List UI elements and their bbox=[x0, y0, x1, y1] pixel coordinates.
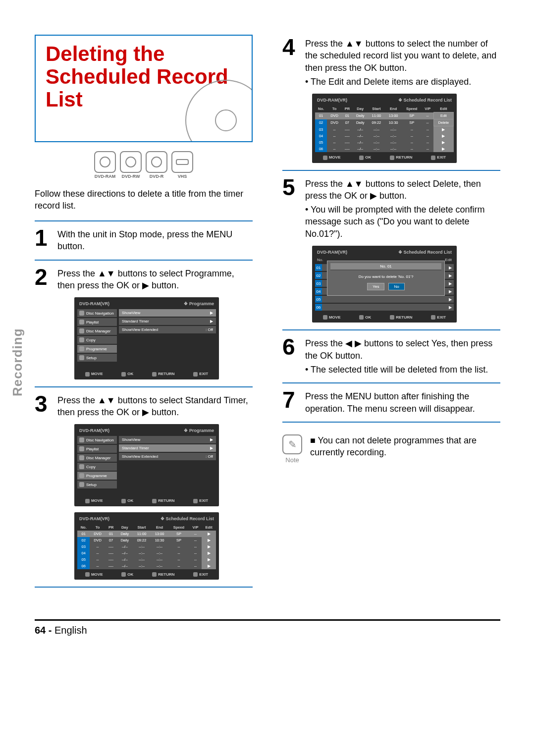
osd-scheduled-list-edit: DVD-RAM(VR) ❖ Scheduled Record List No.T… bbox=[312, 94, 457, 162]
osd-mode: DVD-RAM(VR) bbox=[79, 301, 109, 306]
scheduled-table: No.ToPRDayStartEndSpeedV/PEdit01DVD01Dai… bbox=[315, 106, 454, 152]
osd-confirm-dialog: DVD-RAM(VR) ❖ Scheduled Record List No. … bbox=[312, 246, 457, 323]
step-3: 3 Press the ▲▼ buttons to select Standar… bbox=[35, 394, 253, 419]
step-text: Press the ▲▼ buttons to select the numbe… bbox=[305, 38, 500, 88]
note-icon: ✎ bbox=[282, 434, 302, 454]
step-5: 5 Press the ▲▼ buttons to select Delete,… bbox=[282, 178, 500, 240]
menu-copy[interactable]: Copy bbox=[77, 463, 117, 471]
step-text: Press the ▲▼ buttons to select Delete, t… bbox=[305, 178, 500, 240]
osd-title: ❖ Programme bbox=[184, 301, 214, 306]
step-number-icon: 2 bbox=[35, 268, 52, 292]
menu-playlist[interactable]: Playlist bbox=[77, 445, 117, 453]
footer-ok: OK bbox=[121, 372, 133, 376]
osd-mode: DVD-RAM(VR) bbox=[79, 428, 109, 433]
media-badges: DVD-RAM DVD-RW DVD-R VHS bbox=[35, 151, 253, 179]
submenu-standard-timer[interactable]: Standard Timer▶ bbox=[119, 444, 216, 452]
menu-disc-manager[interactable]: Disc Manager bbox=[77, 327, 117, 335]
osd-title: ❖ Scheduled Record List bbox=[160, 516, 214, 521]
menu-playlist[interactable]: Playlist bbox=[77, 318, 117, 326]
scheduled-table: No.ToPRDayStartEndSpeedV/PEdit01DVD01Dai… bbox=[77, 524, 216, 569]
step-text: With the unit in Stop mode, press the ME… bbox=[57, 228, 253, 253]
menu-setup[interactable]: Setup bbox=[77, 354, 117, 362]
divider bbox=[35, 386, 253, 387]
submenu-showview[interactable]: ShowView▶ bbox=[119, 309, 216, 317]
menu-programme[interactable]: Programme bbox=[77, 345, 117, 353]
divider bbox=[282, 170, 500, 171]
submenu-showview-extended[interactable]: ShowView Extended: Off bbox=[119, 326, 216, 333]
step-number-icon: 7 bbox=[282, 390, 299, 415]
section-side-label: Recording bbox=[10, 328, 25, 396]
osd-mode: DVD-RAM(VR) bbox=[79, 516, 109, 521]
menu-disc-manager[interactable]: Disc Manager bbox=[77, 454, 117, 462]
submenu-showview-extended[interactable]: ShowView Extended: Off bbox=[119, 453, 216, 460]
step-text: Press the MENU button after finishing th… bbox=[305, 390, 500, 415]
divider bbox=[282, 422, 500, 423]
footer-return: RETURN bbox=[152, 372, 174, 376]
menu-disc-navigation[interactable]: Disc Navigation bbox=[77, 436, 117, 444]
media-badge-dvd-rw: DVD-RW bbox=[120, 151, 142, 179]
note-label: Note bbox=[282, 456, 302, 464]
title-panel: Deleting the Scheduled Record List bbox=[35, 35, 253, 142]
step-number-icon: 1 bbox=[35, 228, 52, 253]
step-4: 4 Press the ▲▼ buttons to select the num… bbox=[282, 38, 500, 88]
step-number-icon: 5 bbox=[282, 178, 299, 240]
step-text: Press the ▲▼ buttons to select Standard … bbox=[57, 394, 253, 419]
media-badge-dvd-ram: DVD-RAM bbox=[94, 151, 116, 179]
media-badge-dvd-r: DVD-R bbox=[146, 151, 167, 179]
footer-exit: EXIT bbox=[193, 372, 208, 376]
menu-programme[interactable]: Programme bbox=[77, 472, 117, 480]
divider bbox=[282, 329, 500, 330]
divider bbox=[35, 220, 253, 221]
menu-setup[interactable]: Setup bbox=[77, 481, 117, 488]
step-1: 1 With the unit in Stop mode, press the … bbox=[35, 228, 253, 253]
media-badge-vhs: VHS bbox=[171, 151, 193, 179]
no-button[interactable]: No bbox=[388, 283, 404, 290]
step-number-icon: 4 bbox=[282, 38, 299, 88]
step-text: Press the ◀ ▶ buttons to select Yes, the… bbox=[305, 337, 500, 376]
submenu-standard-timer[interactable]: Standard Timer▶ bbox=[119, 318, 216, 325]
dialog-message: Do you want to delete 'No. 01'? bbox=[330, 274, 441, 279]
divider bbox=[35, 587, 253, 588]
yes-button[interactable]: Yes bbox=[367, 283, 384, 290]
step-2: 2 Press the ▲▼ buttons to select Program… bbox=[35, 268, 253, 292]
footer-move: MOVE bbox=[85, 372, 103, 376]
osd-programme-2: DVD-RAM(VR) ❖ Programme Disc Navigation … bbox=[74, 424, 219, 506]
step-number-icon: 6 bbox=[282, 337, 299, 376]
step-number-icon: 3 bbox=[35, 394, 52, 419]
step-6: 6 Press the ◀ ▶ buttons to select Yes, t… bbox=[282, 337, 500, 376]
submenu-showview[interactable]: ShowView▶ bbox=[119, 436, 216, 443]
intro-text: Follow these directions to delete a titl… bbox=[35, 188, 253, 212]
step-7: 7 Press the MENU button after finishing … bbox=[282, 390, 500, 415]
page-footer: 64 - English bbox=[35, 619, 500, 636]
step-text: Press the ▲▼ buttons to select Programme… bbox=[57, 268, 253, 292]
menu-disc-navigation[interactable]: Disc Navigation bbox=[77, 309, 117, 317]
divider bbox=[35, 260, 253, 261]
note-block: ✎ Note You can not delete programmes tha… bbox=[282, 434, 500, 464]
osd-scheduled-list-1: DVD-RAM(VR) ❖ Scheduled Record List No.T… bbox=[74, 512, 219, 580]
divider bbox=[282, 382, 500, 383]
osd-title: ❖ Programme bbox=[184, 428, 214, 433]
confirm-dialog: No. 01 Do you want to delete 'No. 01'? Y… bbox=[327, 261, 445, 296]
note-text: You can not delete programmes that are c… bbox=[310, 434, 500, 464]
osd-programme-1: DVD-RAM(VR) ❖ Programme Disc Navigation … bbox=[74, 297, 219, 379]
dialog-title: No. 01 bbox=[330, 263, 441, 270]
menu-copy[interactable]: Copy bbox=[77, 336, 117, 344]
